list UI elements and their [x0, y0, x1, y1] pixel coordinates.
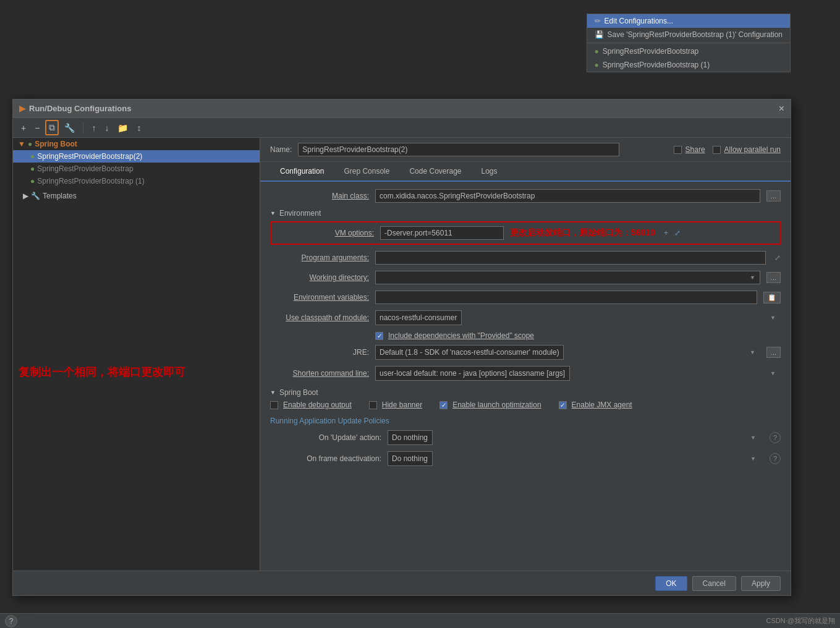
config-tabs: Configuration Grep Console Code Coverage… [260, 162, 791, 182]
enable-jmx-checkbox[interactable] [559, 401, 567, 409]
help-button[interactable]: ? [5, 615, 17, 627]
config1-icon: ● [30, 152, 35, 161]
dialog-footer: OK Cancel Apply [13, 571, 791, 595]
policies-section: Running Application Update Policies On '… [270, 417, 781, 466]
on-update-help[interactable]: ? [770, 432, 781, 443]
jre-browse-button[interactable]: ... [766, 347, 781, 358]
env-arrow: ▼ [270, 210, 276, 216]
vm-options-input[interactable] [380, 226, 504, 240]
main-class-input[interactable] [375, 189, 760, 203]
environment-section[interactable]: ▼ Environment [270, 209, 781, 218]
tree-config-3[interactable]: ● SpringRestProviderBootstrap (1) [13, 175, 260, 187]
on-frame-help[interactable]: ? [770, 453, 781, 464]
jre-label: JRE: [270, 348, 369, 357]
run-dropdown-config1[interactable]: ● SpringRestProviderBootstrap [587, 45, 790, 58]
enable-debug-label: Enable debug output [283, 401, 352, 409]
allow-parallel-label: Allow parallel run [724, 145, 781, 154]
csdn-label: CSDN·@我写的就是翔 [766, 616, 835, 626]
on-frame-label: On frame deactivation: [270, 454, 381, 463]
name-input[interactable] [298, 143, 619, 156]
vm-options-label: VM options: [275, 229, 374, 237]
tree-config-1[interactable]: ● SpringRestProviderBootstrap(2) [13, 150, 260, 163]
dialog-toolbar: + − ⧉ 🔧 ↑ ↓ 📁 ↕ [13, 118, 791, 138]
config-content: Main class: ... ▼ Environment VM options… [260, 182, 791, 480]
left-annotation: 复制出一个相同，将端口更改即可 [19, 365, 185, 380]
working-dir-row: Working directory: ... [270, 271, 781, 284]
env-vars-input[interactable] [375, 291, 757, 304]
config2-icon: ● [30, 164, 35, 173]
apply-button[interactable]: Apply [741, 576, 781, 591]
share-checkbox-row[interactable]: Share [674, 145, 705, 154]
name-row: SpringRestProviderBootstrap(2) Name: Sha… [260, 138, 791, 162]
tab-configuration[interactable]: Configuration [270, 162, 334, 182]
tree-config-2[interactable]: ● SpringRestProviderBootstrap [13, 163, 260, 175]
env-vars-browse-button[interactable]: 📋 [763, 292, 781, 303]
on-update-label: On 'Update' action: [270, 433, 381, 442]
config-tree: ▼ ● Spring Boot ● SpringRestProviderBoot… [13, 138, 260, 571]
share-checkbox[interactable] [674, 146, 682, 154]
main-class-browse-button[interactable]: ... [766, 190, 781, 202]
hide-banner-checkbox[interactable] [369, 401, 377, 409]
on-frame-select[interactable]: Do nothing [388, 451, 433, 466]
remove-config-button[interactable]: − [32, 121, 43, 135]
env-vars-label: Environment variables: [270, 293, 369, 302]
run-debug-dialog: ▶ Run/Debug Configurations × + − ⧉ 🔧 ↑ ↓… [12, 99, 791, 596]
dialog-close-button[interactable]: × [779, 103, 784, 114]
tab-logs[interactable]: Logs [472, 162, 507, 182]
vm-fullscreen-button[interactable]: ⤢ [674, 229, 681, 237]
tab-code-coverage[interactable]: Code Coverage [399, 162, 471, 182]
program-args-label: Program arguments: [270, 253, 369, 262]
env-vars-row: Environment variables: 📋 [270, 291, 781, 304]
folder-button[interactable]: 📁 [114, 121, 131, 135]
classpath-row: Use classpath of module: nacos-restful-c… [270, 310, 781, 325]
tree-config-3-label: SpringRestProviderBootstrap (1) [37, 177, 144, 185]
add-config-button[interactable]: + [18, 121, 29, 135]
tree-config-1-label: SpringRestProviderBootstrap(2) [37, 152, 142, 161]
allow-parallel-checkbox-row[interactable]: Allow parallel run [713, 145, 781, 154]
allow-parallel-checkbox[interactable] [713, 146, 721, 154]
spring-boot-label: Spring Boot [279, 388, 318, 397]
working-dir-input[interactable] [375, 271, 760, 284]
vm-options-row: VM options: 更改启动发端口，原始端口为：56010 + ⤢ [270, 221, 781, 245]
working-dir-browse-button[interactable]: ... [766, 272, 781, 283]
shorten-cmd-label: Shorten command line: [270, 369, 369, 378]
sort-button[interactable]: ↕ [134, 121, 144, 135]
enable-jmx-label: Enable JMX agent [572, 401, 632, 409]
dialog-icon: ▶ [19, 104, 25, 113]
program-args-row: Program arguments: ⤢ [270, 251, 781, 265]
config-detail-panel: SpringRestProviderBootstrap(2) Name: Sha… [260, 138, 791, 571]
hide-banner-label: Hide banner [382, 401, 422, 409]
run-dropdown-config2[interactable]: ● SpringRestProviderBootstrap (1) [587, 58, 790, 72]
env-label: Environment [279, 209, 321, 218]
shorten-cmd-select[interactable]: user-local default: none - java [options… [375, 366, 570, 381]
tree-spring-boot[interactable]: ▼ ● Spring Boot [13, 138, 260, 150]
expand-icon: ▶ [23, 192, 28, 200]
spring-boot-section[interactable]: ▼ Spring Boot [270, 388, 781, 397]
run-dropdown: ✏ Edit Configurations... 💾 Save 'SpringR… [587, 14, 791, 72]
cancel-button[interactable]: Cancel [692, 576, 736, 591]
ok-button[interactable]: OK [655, 576, 687, 591]
include-deps-checkbox[interactable] [375, 332, 383, 340]
shorten-cmd-row: Shorten command line: user-local default… [270, 366, 781, 381]
jre-select[interactable]: Default (1.8 - SDK of 'nacos-restful-con… [375, 345, 564, 360]
enable-launch-checkbox[interactable] [439, 401, 448, 409]
tab-grep-console[interactable]: Grep Console [334, 162, 399, 182]
wrench-button[interactable]: 🔧 [61, 121, 78, 135]
vm-expand-button[interactable]: + [664, 229, 668, 237]
run-dropdown-save-config[interactable]: 💾 Save 'SpringRestProviderBootstrap (1)'… [587, 28, 790, 41]
spring-run-icon2: ● [595, 61, 599, 69]
enable-debug-checkbox[interactable] [270, 401, 278, 409]
move-down-button[interactable]: ↓ [101, 121, 112, 135]
move-up-button[interactable]: ↑ [88, 121, 99, 135]
tree-config-2-label: SpringRestProviderBootstrap [37, 164, 133, 173]
bottom-bar: ? CSDN·@我写的就是翔 [0, 613, 840, 628]
classpath-select[interactable]: nacos-restful-consumer [375, 310, 462, 325]
copy-config-button[interactable]: ⧉ [45, 120, 59, 135]
on-update-select[interactable]: Do nothing [388, 430, 433, 445]
classpath-label: Use classpath of module: [270, 313, 369, 322]
program-args-expand[interactable]: ⤢ [774, 253, 781, 262]
tree-templates[interactable]: ▶ 🔧 Templates [13, 190, 260, 202]
run-dropdown-edit-config[interactable]: ✏ Edit Configurations... [587, 14, 790, 28]
include-deps-label: Include dependencies with "Provided" sco… [388, 331, 534, 340]
program-args-input[interactable] [375, 251, 766, 265]
